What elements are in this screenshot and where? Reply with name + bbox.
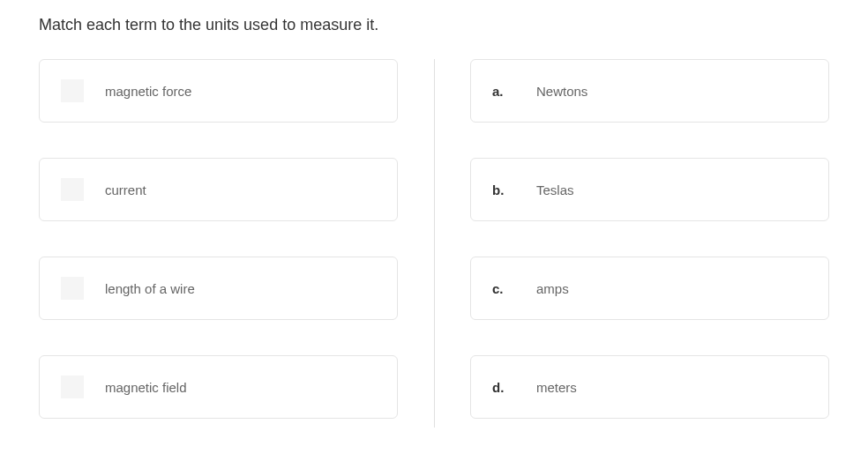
- terms-column: magnetic force current length of a wire …: [39, 59, 398, 419]
- matching-container: magnetic force current length of a wire …: [39, 59, 829, 419]
- answers-column: a. Newtons b. Teslas c. amps d. meters: [470, 59, 829, 419]
- term-dropzone[interactable]: [61, 376, 84, 398]
- term-card[interactable]: length of a wire: [39, 257, 398, 320]
- answer-text: amps: [536, 281, 569, 296]
- answer-card[interactable]: a. Newtons: [470, 59, 829, 123]
- column-divider: [434, 59, 435, 428]
- answer-letter: d.: [492, 380, 519, 395]
- answer-card[interactable]: c. amps: [470, 257, 829, 320]
- answer-letter: b.: [492, 182, 519, 197]
- answer-letter: c.: [492, 281, 519, 296]
- answer-card[interactable]: d. meters: [470, 355, 829, 419]
- term-dropzone[interactable]: [61, 277, 84, 300]
- term-card[interactable]: magnetic force: [39, 59, 398, 123]
- answer-text: Teslas: [536, 182, 574, 197]
- answer-text: Newtons: [536, 84, 587, 99]
- term-label: magnetic force: [105, 84, 191, 99]
- term-dropzone[interactable]: [61, 79, 84, 102]
- term-label: magnetic field: [105, 380, 187, 395]
- answer-letter: a.: [492, 84, 519, 99]
- answer-card[interactable]: b. Teslas: [470, 158, 829, 221]
- term-card[interactable]: current: [39, 158, 398, 221]
- answer-text: meters: [536, 380, 577, 395]
- question-prompt: Match each term to the units used to mea…: [39, 16, 829, 34]
- term-card[interactable]: magnetic field: [39, 355, 398, 419]
- term-label: length of a wire: [105, 281, 195, 296]
- term-dropzone[interactable]: [61, 178, 84, 201]
- term-label: current: [105, 182, 146, 197]
